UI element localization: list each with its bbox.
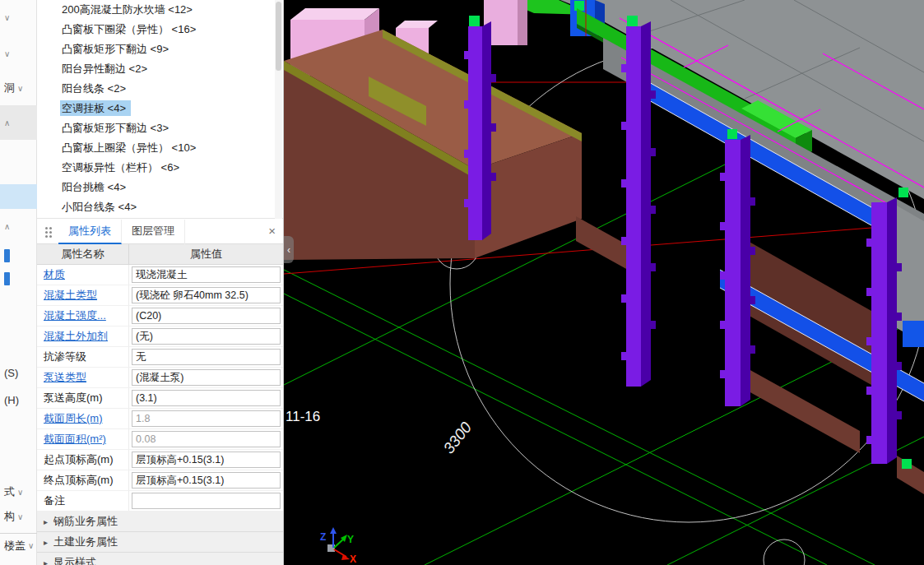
list-item[interactable]: 凸窗板下圈梁（异性） <16> <box>37 20 283 39</box>
list-item[interactable]: 阳台线条 <2> <box>37 79 283 99</box>
property-value-input[interactable] <box>132 349 281 365</box>
list-item[interactable]: 阳台挑檐 <4> <box>37 178 283 197</box>
property-row: 混凝土类型 <box>37 285 283 306</box>
bim-application-window: ∨∨洞∨∧∧(S)(H)式∨构∨楼盖∨ 200高混凝土防水坎墙 <12>凸窗板下… <box>0 0 924 565</box>
column-purple-4 <box>866 197 902 464</box>
tab-property-list[interactable]: 属性列表 <box>58 220 122 244</box>
property-value-input[interactable] <box>132 308 281 324</box>
rail-item-collapsed[interactable]: ∧ <box>0 215 37 237</box>
property-section-header[interactable]: ▸显示样式 <box>37 553 283 565</box>
property-name[interactable]: 混凝土类型 <box>37 285 129 305</box>
list-item[interactable]: 空调板异性（栏杆） <6> <box>37 158 283 178</box>
list-item-label: 凸窗板下圈梁（异性） <16> <box>60 21 201 37</box>
close-icon[interactable]: × <box>268 224 276 239</box>
property-row: 抗渗等级 <box>37 347 283 368</box>
property-value-cell <box>129 347 283 367</box>
rail-item-label: 式 <box>4 484 15 499</box>
rail-item-floor[interactable]: 楼盖∨ <box>0 533 37 558</box>
list-item[interactable]: 200高混凝土防水坎墙 <12> <box>37 0 283 20</box>
property-name: 抗渗等级 <box>37 347 129 367</box>
3d-viewport[interactable]: 11-16 3300 Z Y X <box>284 0 924 565</box>
rail-item-active-gray[interactable]: ∧ <box>0 105 37 140</box>
property-row: 截面周长(m) <box>37 409 283 429</box>
property-name[interactable]: 材质 <box>37 265 129 285</box>
axis-y-label: Y <box>347 534 354 545</box>
property-section-header[interactable]: ▸钢筋业务属性 <box>37 512 283 532</box>
property-value-cell <box>129 409 283 428</box>
property-value-cell <box>129 285 283 305</box>
grid-axis-label: 11-16 <box>286 409 320 424</box>
list-item[interactable]: 小阳台线条 <4> <box>37 197 283 217</box>
panel-collapse-button[interactable]: ‹ <box>284 236 294 263</box>
property-value-cell <box>129 265 283 285</box>
expand-arrow-icon: ▸ <box>44 517 48 526</box>
property-name: 泵送高度(m) <box>37 388 129 408</box>
property-value-input[interactable] <box>132 390 281 406</box>
rail-item-icon[interactable] <box>0 268 37 289</box>
list-item[interactable]: 空调挂板 <4> <box>37 99 283 118</box>
tab-layer-management[interactable]: 图层管理 <box>122 220 185 244</box>
scrollbar-thumb[interactable] <box>276 2 281 71</box>
property-value-cell <box>129 388 283 408</box>
property-value-input[interactable] <box>132 472 281 489</box>
list-item-label: 阳台线条 <2> <box>60 81 131 96</box>
list-item[interactable]: 阳台异性翻边 <2> <box>37 59 283 79</box>
rail-item-icon[interactable] <box>0 245 37 266</box>
property-value-input[interactable] <box>132 266 281 283</box>
property-name[interactable]: 截面周长(m) <box>37 409 129 428</box>
list-item-label: 空调板异性（栏杆） <6> <box>60 160 184 175</box>
chevron-down-icon: ∨ <box>17 84 23 93</box>
property-value-input[interactable] <box>132 431 281 447</box>
3d-scene[interactable]: 11-16 3300 Z Y X <box>284 0 924 565</box>
list-item-label: 凸窗板矩形下翻边 <3> <box>60 120 174 136</box>
column-purple-2 <box>621 21 656 387</box>
list-item-label: 小阳台线条 <4> <box>60 199 142 215</box>
property-section-header[interactable]: ▸土建业务属性 <box>37 532 283 553</box>
list-item[interactable]: 凸窗板矩形下翻边 <9> <box>37 39 283 59</box>
rail-item-collapsed[interactable]: ∨ <box>0 43 37 64</box>
chevron-down-icon: ∨ <box>28 541 34 550</box>
rail-item-highlight-blue[interactable] <box>0 184 37 209</box>
rail-item-collapsed[interactable]: ∨ <box>0 7 37 28</box>
rail-item-hole[interactable]: 洞∨ <box>0 77 37 99</box>
property-value-input[interactable] <box>132 369 281 386</box>
section-title: 显示样式 <box>53 555 96 565</box>
property-name: 备注 <box>37 491 129 511</box>
property-name[interactable]: 截面面积(m²) <box>37 429 129 449</box>
rail-item-label: 洞 <box>4 81 15 95</box>
chevron-down-icon: ∨ <box>17 512 23 521</box>
rail-item-h[interactable]: (H) <box>0 389 37 410</box>
property-row: 终点顶标高(m) <box>37 470 283 491</box>
column-header-value: 属性值 <box>129 244 283 264</box>
property-value-cell <box>129 491 283 511</box>
property-value-cell <box>129 429 283 449</box>
property-row: 备注 <box>37 491 283 512</box>
rail-item-s[interactable]: (S) <box>0 362 37 383</box>
property-name[interactable]: 混凝土外加剂 <box>37 326 129 346</box>
property-name[interactable]: 泵送类型 <box>37 368 129 387</box>
gray-wall-right <box>897 206 924 347</box>
property-value-input[interactable] <box>132 287 281 303</box>
properties-table-header: 属性名称 属性值 <box>37 244 283 265</box>
property-value-input[interactable] <box>132 452 281 468</box>
property-name: 终点顶标高(m) <box>37 470 129 490</box>
chevron-down-icon: ∨ <box>4 13 10 22</box>
chevron-up-icon: ∧ <box>4 118 10 127</box>
axis-z-label: Z <box>320 531 326 543</box>
property-value-input[interactable] <box>132 493 281 509</box>
property-value-input[interactable] <box>132 328 281 345</box>
property-row: 材质 <box>37 265 283 285</box>
list-item[interactable]: 凸窗板矩形下翻边 <3> <box>37 118 283 138</box>
rail-item-label: (S) <box>4 367 18 379</box>
drag-handle-icon[interactable] <box>44 225 53 238</box>
list-item[interactable]: 凸窗板上圈梁（异性） <10> <box>37 138 283 158</box>
chevron-down-icon: ∨ <box>4 49 10 58</box>
property-value-input[interactable] <box>132 410 281 427</box>
rail-item-mode[interactable]: 式∨ <box>0 481 37 502</box>
blue-layer-icon <box>4 272 10 285</box>
property-row: 起点顶标高(m) <box>37 450 283 470</box>
chevron-up-icon: ∧ <box>4 222 10 231</box>
rail-item-structure[interactable]: 构∨ <box>0 506 37 527</box>
property-name[interactable]: 混凝土强度... <box>37 306 129 326</box>
component-list-scrollbar[interactable] <box>275 0 282 219</box>
